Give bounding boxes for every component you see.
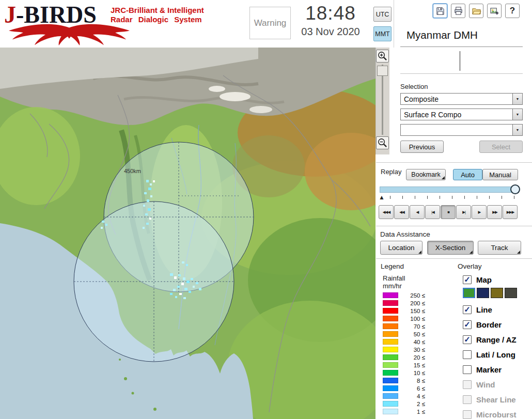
replay-label: Replay: [381, 168, 401, 176]
playback-rewind-button[interactable]: ◀◀: [394, 205, 409, 219]
timeline-position-marker[interactable]: ▲: [379, 194, 385, 201]
save-button[interactable]: [433, 4, 447, 18]
overlay-row-wind: ✓ Wind: [463, 379, 495, 390]
overlay-row-microburst: ✓ Microburst: [463, 409, 517, 419]
legend-value: 150 ≤: [401, 308, 425, 314]
playback-stop-button[interactable]: ■: [441, 205, 456, 219]
legend-color-swatch: [383, 300, 398, 306]
checkbox-shear-line[interactable]: ✓: [463, 395, 472, 404]
open-folder-button[interactable]: [469, 4, 483, 18]
legend-item: 20 ≤: [383, 353, 425, 361]
annotation-input[interactable]: [400, 47, 523, 74]
clock: 18:48 03 Nov 2020: [289, 3, 372, 38]
selection-label: Selection: [400, 83, 428, 90]
timezone-utc-button[interactable]: UTC: [373, 7, 392, 22]
checkbox-wind[interactable]: ✓: [463, 380, 472, 389]
legend-value: 40 ≤: [401, 339, 425, 345]
legend-item: 1 ≤: [383, 408, 425, 415]
replay-timeline-track[interactable]: [380, 187, 519, 193]
track-button[interactable]: Track: [478, 241, 521, 255]
dropdown-option[interactable]: ▼: [400, 124, 523, 136]
overlay-title: Overlay: [458, 262, 482, 270]
data-assistance-label: Data Assistance: [380, 230, 430, 238]
checkbox-microburst[interactable]: ✓: [463, 410, 472, 419]
playback-first-frame-button[interactable]: |◀: [425, 205, 440, 219]
checkbox-line[interactable]: ✓: [463, 305, 472, 314]
playback-step-back-button[interactable]: ◀: [410, 205, 425, 219]
previous-button[interactable]: Previous: [400, 141, 444, 153]
legend-color-swatch: [383, 316, 398, 321]
legend-value: 2 ≤: [401, 401, 425, 407]
warning-button[interactable]: Warning: [249, 7, 291, 39]
timeline-tick: [489, 196, 490, 199]
radar-map[interactable]: 450km: [0, 48, 375, 419]
legend-value: 10 ≤: [401, 370, 425, 376]
dropdown-product-type[interactable]: Composite ▼: [400, 93, 523, 105]
overlay-row-map: ✓ Map: [463, 274, 492, 285]
chevron-down-icon[interactable]: ▼: [512, 125, 522, 135]
checkbox-marker[interactable]: ✓: [463, 365, 472, 374]
zoom-in-icon: [377, 51, 388, 61]
playback-forward-button[interactable]: ▶▶: [487, 205, 502, 219]
legend-item: 70 ≤: [383, 322, 425, 330]
chevron-down-icon[interactable]: ▼: [512, 109, 522, 120]
manual-button[interactable]: Manual: [482, 169, 518, 180]
legend-color-swatch: [383, 323, 398, 329]
x-section-button[interactable]: X-Section: [427, 241, 474, 255]
select-button[interactable]: Select: [479, 141, 523, 153]
playback-last-frame-button[interactable]: ▶|: [456, 205, 471, 219]
legend-color-swatch: [383, 385, 398, 391]
overlay-row-shear-line: ✓ Shear Line: [463, 394, 516, 405]
legend-color-swatch: [383, 331, 398, 337]
legend-item: 6 ≤: [383, 384, 425, 392]
legend-color-swatch: [383, 339, 398, 345]
checkbox-map[interactable]: ✓: [463, 275, 472, 284]
legend-value: 6 ≤: [401, 385, 425, 392]
zoom-out-button[interactable]: [376, 136, 389, 149]
checkbox-range-az[interactable]: ✓: [463, 335, 472, 344]
dropdown-product[interactable]: Surface R Compo ▼: [400, 108, 523, 120]
zoom-slider-thumb[interactable]: [377, 66, 388, 76]
legend-value: 8 ≤: [401, 378, 425, 384]
auto-button[interactable]: Auto: [453, 169, 482, 180]
map-style-green-swatch[interactable]: [463, 288, 475, 298]
map-viewport[interactable]: 450km: [0, 48, 375, 419]
timeline-tick: [402, 196, 403, 199]
legend-value: 20 ≤: [401, 354, 425, 361]
checkbox-lati-long[interactable]: ✓: [463, 350, 472, 359]
map-style-olive-swatch[interactable]: [491, 288, 503, 298]
replay-timeline-thumb[interactable]: [510, 184, 520, 194]
zoom-in-button[interactable]: [376, 50, 389, 63]
legend-item: 40 ≤: [383, 338, 425, 346]
text-caret: [460, 51, 460, 71]
check-icon: ✓: [464, 320, 471, 328]
organization-name: Myanmar DMH: [406, 29, 478, 41]
overlay-label: Map: [476, 275, 492, 284]
checkbox-border[interactable]: ✓: [463, 320, 472, 329]
add-image-button[interactable]: [487, 4, 502, 18]
legend-subtitle-line2: mm/hr: [383, 282, 405, 290]
legend-color-swatch: [383, 347, 398, 352]
timezone-mmt-button[interactable]: MMT: [373, 26, 392, 41]
overlay-label: Range / AZ: [476, 335, 517, 344]
chevron-down-icon[interactable]: ▼: [512, 94, 522, 104]
legend-subtitle-line1: Rainfall: [383, 274, 405, 282]
playback-fast-forward-button[interactable]: ▶▶▶: [503, 205, 518, 219]
print-button[interactable]: [451, 4, 465, 18]
playback-fast-rewind-button[interactable]: ◀◀◀: [379, 205, 394, 219]
clock-date: 03 Nov 2020: [289, 26, 372, 38]
map-style-gray-swatch[interactable]: [505, 288, 517, 298]
legend-item: 30 ≤: [383, 346, 425, 353]
timeline-tick: [440, 196, 440, 199]
bookmark-button[interactable]: Bookmark: [406, 169, 446, 180]
legend-color-swatch: [383, 370, 398, 376]
overlay-row-range-az: ✓ Range / AZ: [463, 334, 517, 345]
legend-item: 10 ≤: [383, 369, 425, 377]
help-button[interactable]: ?: [505, 4, 520, 18]
check-icon: ✓: [464, 335, 471, 343]
playback-play-button[interactable]: ▶: [472, 205, 487, 219]
timeline-tick: [464, 196, 465, 199]
map-style-navy-swatch[interactable]: [477, 288, 489, 298]
location-button[interactable]: Location: [380, 241, 423, 255]
logo-subtitle: JRC-Brilliant & Intelligent Radar Dialog…: [111, 6, 204, 24]
